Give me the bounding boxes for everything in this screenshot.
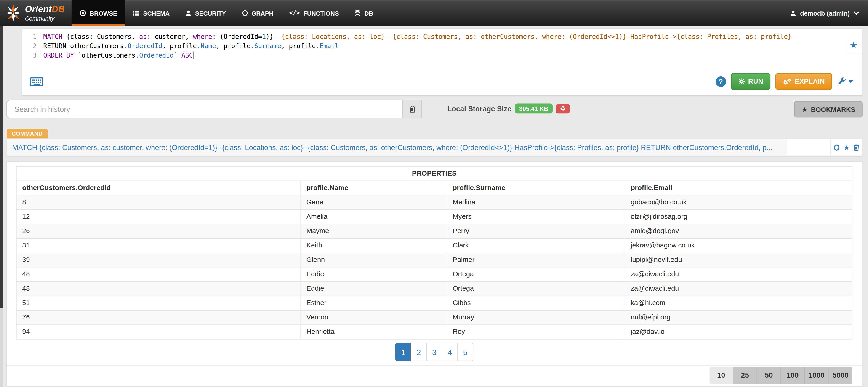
cell: Palmer xyxy=(447,253,625,267)
cell: Murray xyxy=(447,310,625,325)
cell: 94 xyxy=(17,325,301,339)
properties-header: PROPERTIES xyxy=(17,167,852,181)
column-header-row: otherCustomers.OrderedIdprofile.Nameprof… xyxy=(17,181,852,195)
cell: jaz@dav.io xyxy=(625,325,852,339)
command-actions: ★ xyxy=(830,139,862,156)
history-bar: Local Storage Size 305.41 KB ♻ ★ BOOKMAR… xyxy=(6,100,863,118)
table-row: 39GlennPalmerlupipi@nevif.edu xyxy=(17,253,852,267)
explain-button[interactable]: EXPLAIN xyxy=(775,73,832,90)
trash-icon xyxy=(409,105,415,113)
query-editor-panel: 123 MATCH {class: Customers, as: custome… xyxy=(22,28,863,95)
run-label: RUN xyxy=(748,78,763,85)
orientdb-logo[interactable]: OrientDB Community xyxy=(0,0,71,26)
cell: Perry xyxy=(447,224,625,238)
cell: Henrietta xyxy=(301,325,447,339)
bookmark-query-button[interactable]: ★ xyxy=(845,37,862,54)
editor-content[interactable]: MATCH {class: Customers, as: customer, w… xyxy=(40,32,862,61)
cell: olzil@jidirosag.org xyxy=(625,210,852,224)
page-button-5[interactable]: 5 xyxy=(457,343,473,361)
cell: Esther xyxy=(301,296,447,310)
run-button[interactable]: RUN xyxy=(731,73,770,90)
text-cursor xyxy=(193,51,193,59)
cell: 76 xyxy=(17,310,301,325)
results-footer: 10255010010005000 xyxy=(7,365,862,386)
cell: Roy xyxy=(447,325,625,339)
column-header[interactable]: otherCustomers.OrderedId xyxy=(17,181,301,195)
cell: Keith xyxy=(301,238,447,253)
code-editor[interactable]: 123 MATCH {class: Customers, as: custome… xyxy=(22,29,862,60)
keyboard-shortcuts-icon[interactable] xyxy=(30,77,43,86)
cell: lupipi@nevif.edu xyxy=(625,253,852,267)
vertical-scrollbar[interactable] xyxy=(0,26,3,387)
cell: 12 xyxy=(17,210,301,224)
tab-label: GRAPH xyxy=(251,9,273,16)
cell: 39 xyxy=(17,253,301,267)
table-row: 48EddieOrtegaza@ciwacli.edu xyxy=(17,267,852,282)
help-glyph: ? xyxy=(718,77,723,85)
gear-icon xyxy=(738,78,745,85)
caret-down-icon xyxy=(848,80,853,83)
cell: Gibbs xyxy=(447,296,625,310)
bookmarks-label: BOOKMARKS xyxy=(811,105,855,113)
column-header[interactable]: profile.Name xyxy=(301,181,447,195)
explain-label: EXPLAIN xyxy=(795,78,825,85)
cell: 31 xyxy=(17,238,301,253)
query-settings-button[interactable] xyxy=(837,78,854,85)
page-size-50[interactable]: 50 xyxy=(757,367,781,384)
help-icon[interactable]: ? xyxy=(715,76,726,86)
cell: Glenn xyxy=(301,253,447,267)
cell: Ortega xyxy=(447,282,625,296)
command-spacer xyxy=(787,139,830,156)
page-button-1[interactable]: 1 xyxy=(395,343,411,361)
column-header[interactable]: profile.Email xyxy=(625,181,852,195)
page-button-4[interactable]: 4 xyxy=(442,343,458,361)
tab-browse[interactable]: BROWSE xyxy=(71,0,125,26)
page-size-100[interactable]: 100 xyxy=(781,367,805,384)
page-button-2[interactable]: 2 xyxy=(411,343,427,361)
tab-functions[interactable]: </>FUNCTIONS xyxy=(281,0,347,26)
tab-db[interactable]: DB xyxy=(347,0,381,26)
tab-security[interactable]: SECURITY xyxy=(177,0,234,26)
page-size-1000[interactable]: 1000 xyxy=(805,367,829,384)
repeat-icon xyxy=(833,144,840,151)
main-navigation: BROWSESCHEMASECURITYGRAPH</>FUNCTIONSDB xyxy=(71,0,381,26)
recycle-icon: ♻ xyxy=(560,104,566,112)
storage-label: Local Storage Size xyxy=(447,104,511,112)
user-menu[interactable]: demodb (admin) xyxy=(789,0,868,26)
cell: za@ciwacli.edu xyxy=(625,282,852,296)
logo-db: DB xyxy=(52,4,65,14)
search-history-input[interactable] xyxy=(6,100,403,118)
rerun-button[interactable] xyxy=(833,144,840,151)
logo-community: Community xyxy=(25,15,65,21)
code-line: ORDER BY `otherCustomers.OrderedId` ASC xyxy=(43,51,862,60)
cell: jekrav@bagow.co.uk xyxy=(625,238,852,253)
scrollbar-thumb[interactable] xyxy=(0,26,3,308)
page-button-3[interactable]: 3 xyxy=(426,343,442,361)
cell: Eddie xyxy=(301,282,447,296)
page-size-5000[interactable]: 5000 xyxy=(829,367,852,384)
tab-graph[interactable]: GRAPH xyxy=(234,0,281,26)
star-icon: ★ xyxy=(802,106,808,112)
command-query-text[interactable]: MATCH {class: Customers, as: customer, w… xyxy=(7,139,787,156)
tab-schema[interactable]: SCHEMA xyxy=(125,0,178,26)
bookmarks-button[interactable]: ★ BOOKMARKS xyxy=(795,101,863,117)
page-size-10[interactable]: 10 xyxy=(709,367,733,384)
cell: 51 xyxy=(17,296,301,310)
clear-history-button[interactable] xyxy=(403,100,422,118)
circle-icon xyxy=(242,9,248,17)
cell: Clark xyxy=(447,238,625,253)
clear-storage-button[interactable]: ♻ xyxy=(556,104,570,113)
page-size-25[interactable]: 25 xyxy=(734,367,757,384)
tab-label: BROWSE xyxy=(90,9,117,16)
cell: 48 xyxy=(17,282,301,296)
eye-icon xyxy=(79,9,86,17)
editor-toolbar: ? RUN EXPLAIN xyxy=(22,68,862,95)
user-label: demodb (admin) xyxy=(800,9,850,16)
bookmark-button[interactable]: ★ xyxy=(843,143,850,151)
delete-button[interactable] xyxy=(853,144,860,151)
command-row: MATCH {class: Customers, as: customer, w… xyxy=(6,138,863,156)
table-row: 8GeneMedinagobaco@bo.co.uk xyxy=(17,195,852,210)
local-storage-size: Local Storage Size 305.41 KB ♻ xyxy=(447,104,570,114)
column-header[interactable]: profile.Surname xyxy=(447,181,625,195)
orientdb-star-icon xyxy=(5,4,21,22)
